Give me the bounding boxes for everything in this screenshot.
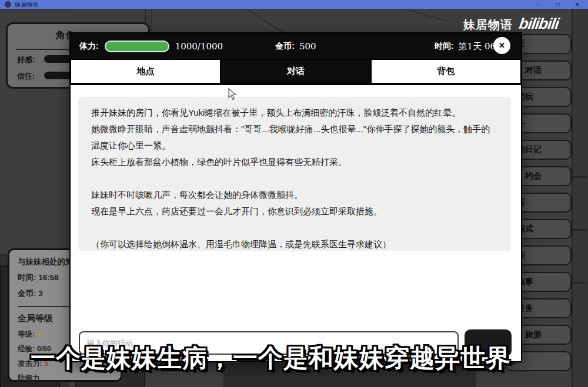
story-paragraph: 推开妹妹的房门，你看见Yuki蜷缩在被子里，额头上布满细密的汗珠，脸颊泛着不自然…: [91, 105, 498, 121]
modal-status-bar: 体力: 1000/1000 金币: 500 时间: 第1天 06 ✕: [71, 33, 521, 59]
stamina-label: 体力:: [79, 41, 99, 52]
background-shelf-line: [573, 176, 587, 178]
window-controls: — □ ✕: [535, 0, 583, 9]
gold-display: 金币: 500: [275, 41, 316, 52]
story-paragraph: （你可以选择给她倒杯温水、用湿毛巾物理降温，或是先联系医生寻求建议）: [91, 236, 498, 251]
stamina-value: 1000/1000: [175, 41, 223, 52]
defense-row: 防御力: [18, 373, 121, 383]
background-shelf-line: [573, 229, 587, 231]
stamina-bar: [105, 41, 169, 52]
tab-dialogue[interactable]: 对话: [220, 59, 370, 83]
modal-tabs: 地点 对话 背包: [71, 59, 521, 85]
level-label: 等级:: [18, 330, 35, 338]
time-display: 时间: 第1天 06: [435, 41, 496, 52]
game-screen: 妹居物语 — □ ✕ 妹居物语 bilibili 角色 好感: 信任: 与妹妹相…: [0, 0, 588, 387]
dialogue-modal: 体力: 1000/1000 金币: 500 时间: 第1天 06 ✕ 地点 对话…: [69, 32, 522, 362]
tab-location[interactable]: 地点: [71, 59, 220, 83]
tab-backpack[interactable]: 背包: [371, 59, 521, 83]
affection-label: 好感:: [17, 55, 35, 65]
time-label: 时间:: [435, 41, 454, 52]
story-text-box: 推开妹妹的房门，你看见Yuki蜷缩在被子里，额头上布满细密的汗珠，脸颊泛着不自然…: [78, 97, 511, 251]
maximize-icon[interactable]: □: [556, 0, 560, 9]
background-shelf-line: [573, 282, 587, 284]
defense-label: 防御力: [18, 374, 40, 382]
video-subtitle: 一个是妹妹生病，一个是和妹妹穿越异世界: [31, 342, 511, 375]
story-paragraph-blank: [91, 220, 498, 236]
gold-amount: 500: [299, 41, 316, 52]
level-value: 1: [37, 330, 41, 338]
trust-label: 信任:: [17, 71, 35, 82]
minimize-icon[interactable]: —: [535, 0, 541, 9]
story-paragraph-blank: [91, 170, 498, 187]
mouse-cursor-icon: [228, 88, 238, 101]
close-icon: ✕: [499, 41, 505, 50]
story-paragraph: 她微微睁开眼睛，声音虚弱地颤抖着："哥哥...我喉咙好痛...头也很晕..."你…: [91, 121, 498, 154]
time-value: 第1天 06: [459, 41, 496, 52]
story-paragraph: 妹妹时不时咳嗽几声，每次都会让她的身体微微颤抖。: [91, 187, 498, 203]
window-titlebar: 妹居物语 — □ ✕: [0, 0, 588, 9]
watermark-app-name: 妹居物语: [463, 17, 513, 33]
story-paragraph: 床头柜上放着那盆小植物，绿色的叶片似乎也显得有些无精打采。: [91, 154, 498, 170]
gold-label: 金币:: [275, 41, 295, 52]
close-modal-button[interactable]: ✕: [493, 37, 510, 54]
bilibili-logo: bilibili: [518, 15, 560, 33]
watermark: 妹居物语 bilibili: [463, 15, 559, 33]
window-title: 妹居物语: [15, 0, 38, 9]
app-icon: [5, 1, 11, 8]
dialogue-content: 推开妹妹的房门，你看见Yuki蜷缩在被子里，额头上布满细密的汗珠，脸颊泛着不自然…: [71, 85, 521, 361]
background-shelf: [572, 8, 588, 387]
close-window-icon[interactable]: ✕: [575, 0, 580, 9]
story-paragraph: 现在是早上六点，药店还要过一会儿才开门，你意识到必须立即采取措施。: [91, 203, 498, 220]
